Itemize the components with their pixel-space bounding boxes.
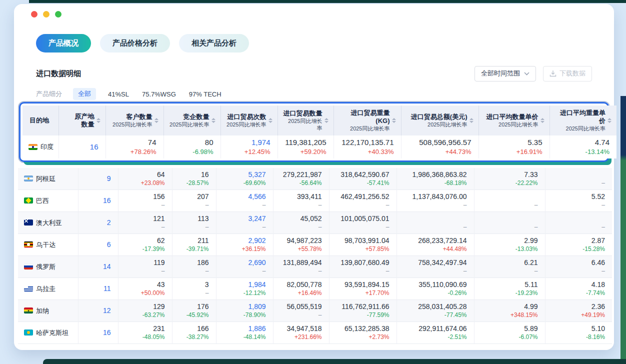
import-trade-weight-kg-value: 462,491,256.52 bbox=[336, 192, 390, 201]
import-trade-weight-kg-cell: 116,762,911.66-77.59% bbox=[329, 300, 396, 322]
app-window: 产品概况产品价格分析相关产品分析 进口数据明细 全部时间范围 下载数据 产品细分… bbox=[14, 4, 614, 350]
import-trade-times-value[interactable]: 5,327 bbox=[224, 170, 266, 179]
origin-count-value[interactable]: 16 bbox=[66, 142, 98, 152]
table-row[interactable]: 加纳12129-63.27%176-45.92%1,809-78.90%56,0… bbox=[18, 300, 612, 322]
origin-count-value[interactable]: 11 bbox=[86, 284, 111, 293]
tab-1[interactable]: 产品价格分析 bbox=[100, 34, 170, 52]
time-range-select[interactable]: 全部时间范围 bbox=[474, 66, 536, 82]
column-header-competitor-count[interactable]: 竞企数量2025同比增长率 bbox=[164, 106, 220, 136]
import-trade-times-cell[interactable]: 1,809-78.90% bbox=[216, 300, 273, 322]
import-trade-times-cell[interactable]: 4,566– bbox=[216, 190, 273, 212]
origin-count-cell[interactable]: 16 bbox=[78, 190, 118, 212]
country-name: 哈萨克斯坦 bbox=[36, 328, 68, 336]
import-trade-amount-usd-value: 758,342,497.94 bbox=[404, 258, 467, 267]
origin-count-cell[interactable]: 12 bbox=[78, 300, 118, 322]
table-row[interactable]: 哈萨克斯坦16231-48.05%166-38.27%1,886-48.14%3… bbox=[18, 322, 612, 344]
origin-count-value[interactable]: 2 bbox=[86, 218, 111, 227]
sort-icon[interactable] bbox=[212, 118, 216, 123]
import-trade-times-cell[interactable]: 1,886-48.14% bbox=[216, 322, 273, 344]
import-trade-quantity-change: +59.20% bbox=[285, 148, 326, 156]
competitor-count-cell: 16-28.57% bbox=[172, 168, 216, 190]
origin-count-value[interactable]: 16 bbox=[86, 196, 111, 205]
origin-count-value[interactable]: 12 bbox=[86, 306, 111, 315]
import-trade-times-cell[interactable]: 1,984-12.12% bbox=[216, 278, 273, 300]
origin-count-value[interactable]: 14 bbox=[86, 262, 111, 271]
tab-0[interactable]: 产品概况 bbox=[36, 34, 91, 52]
sort-icon[interactable] bbox=[608, 118, 612, 123]
table-row[interactable]: 乌拉圭1143+50.00%3–1,984-12.12%82,050,778+1… bbox=[18, 278, 612, 300]
maximize-window-icon[interactable] bbox=[55, 11, 62, 18]
filter-option-2[interactable]: 75.7%WSG bbox=[141, 89, 177, 100]
customer-count-change: +50.00% bbox=[126, 289, 165, 297]
import-avg-weight-price-value bbox=[552, 170, 606, 179]
sort-icon[interactable] bbox=[154, 118, 158, 123]
origin-count-cell[interactable]: 11 bbox=[78, 278, 118, 300]
import-trade-times-cell[interactable]: 1,974+12.45% bbox=[220, 136, 278, 158]
customer-count-cell: 43+50.00% bbox=[118, 278, 172, 300]
competitor-count-value: 211 bbox=[180, 236, 209, 245]
import-trade-quantity-cell: 393,411– bbox=[273, 190, 329, 212]
import-trade-times-value[interactable]: 1,809 bbox=[224, 302, 266, 311]
column-header-customer-count[interactable]: 客户数量2025同比增长率 bbox=[106, 106, 164, 136]
import-trade-times-value[interactable]: 2,902 bbox=[224, 236, 266, 245]
flag-br-icon bbox=[24, 198, 33, 204]
destination-cell: 印度 bbox=[22, 136, 58, 158]
destination-cell: 阿根廷 bbox=[18, 168, 78, 190]
column-header-import-trade-quantity[interactable]: 进口贸易数量2025同比增长率 bbox=[278, 106, 334, 136]
origin-count-cell[interactable]: 6 bbox=[78, 234, 118, 256]
column-header-import-trade-amount-usd[interactable]: 进口贸易总额(美元)2025同比增长率 bbox=[401, 106, 478, 136]
import-trade-weight-kg-value: 139,807,680.49 bbox=[336, 258, 390, 267]
import-trade-weight-kg-cell: 65,132,285.38+2.73% bbox=[329, 322, 396, 344]
column-header-import-avg-quantity-price[interactable]: 进口平均数量单价2025同比增长率 bbox=[478, 106, 550, 136]
origin-count-value[interactable]: 16 bbox=[86, 328, 111, 337]
minimize-window-icon[interactable] bbox=[43, 11, 50, 18]
import-trade-times-value[interactable]: 3,247 bbox=[224, 214, 266, 223]
table-row[interactable]: 俄罗斯14119–186–2,690–131,889,494–139,807,6… bbox=[18, 256, 612, 278]
origin-count-cell[interactable]: 14 bbox=[78, 256, 118, 278]
table-row[interactable]: 阿根廷964+23.08%16-28.57%5,327-69.60%279,22… bbox=[18, 168, 612, 190]
origin-count-cell[interactable]: 16 bbox=[58, 136, 106, 158]
origin-count-value[interactable]: 9 bbox=[86, 174, 111, 183]
table-row[interactable]: 印度1674+78.26%80-6.98%1,974+12.45%119,381… bbox=[22, 136, 616, 158]
origin-count-cell[interactable]: 9 bbox=[78, 168, 118, 190]
origin-count-cell[interactable]: 16 bbox=[78, 322, 118, 344]
download-icon bbox=[550, 70, 556, 77]
sort-icon[interactable] bbox=[324, 118, 328, 123]
sort-icon[interactable] bbox=[96, 118, 100, 123]
import-trade-times-cell[interactable]: 2,690– bbox=[216, 256, 273, 278]
import-trade-times-value[interactable]: 1,984 bbox=[224, 280, 266, 289]
import-trade-times-cell[interactable]: 5,327-69.60% bbox=[216, 168, 273, 190]
origin-count-value[interactable]: 6 bbox=[86, 240, 111, 249]
import-trade-times-value[interactable]: 2,690 bbox=[224, 258, 266, 267]
close-window-icon[interactable] bbox=[31, 11, 38, 18]
import-trade-times-value[interactable]: 1,886 bbox=[224, 324, 266, 333]
import-trade-times-cell[interactable]: 2,902+36.15% bbox=[216, 234, 273, 256]
table-row[interactable]: 乌干达662-17.39%211-39.71%2,902+36.15%94,98… bbox=[18, 234, 612, 256]
table-row[interactable]: 澳大利亚2121–113–3,247–45,052–101,005,075.01… bbox=[18, 212, 612, 234]
column-header-origin-count[interactable]: 原产地数量 bbox=[58, 106, 106, 136]
competitor-count-cell: 211-39.71% bbox=[172, 234, 216, 256]
sort-icon[interactable] bbox=[470, 118, 474, 123]
import-trade-times-cell[interactable]: 3,247– bbox=[216, 212, 273, 234]
import-trade-times-value[interactable]: 1,974 bbox=[228, 138, 270, 148]
sort-icon[interactable] bbox=[268, 118, 272, 123]
column-header-import-trade-weight-kg[interactable]: 进口贸易重量(KG)2025同比增长率 bbox=[334, 106, 401, 136]
sort-icon[interactable] bbox=[392, 118, 396, 123]
window-controls bbox=[31, 11, 62, 18]
import-trade-quantity-value: 279,221,987 bbox=[280, 170, 322, 179]
import-trade-amount-usd-cell: 292,911,674.06-2.51% bbox=[396, 322, 474, 344]
filter-option-0[interactable]: 全部 bbox=[73, 88, 96, 100]
competitor-count-cell: 113– bbox=[172, 212, 216, 234]
filter-option-3[interactable]: 97% TECH bbox=[188, 89, 222, 100]
tab-2[interactable]: 相关产品分析 bbox=[179, 34, 249, 52]
sort-icon[interactable] bbox=[540, 118, 544, 123]
origin-count-cell[interactable]: 2 bbox=[78, 212, 118, 234]
import-trade-quantity-cell: 131,889,494– bbox=[273, 256, 329, 278]
filter-option-1[interactable]: 41%SL bbox=[107, 89, 130, 100]
download-button[interactable]: 下载数据 bbox=[543, 66, 592, 82]
column-header-import-trade-times[interactable]: 进口贸易次数2025同比增长率 bbox=[220, 106, 278, 136]
import-trade-amount-usd-cell: 1,986,368,863.82-68.18% bbox=[396, 168, 474, 190]
import-trade-times-value[interactable]: 4,566 bbox=[224, 192, 266, 201]
table-row[interactable]: 巴西16156–207–4,566–393,411–462,491,256.52… bbox=[18, 190, 612, 212]
column-header-import-avg-weight-price[interactable]: 进口平均重量单价2025同比增长率 bbox=[550, 106, 616, 136]
